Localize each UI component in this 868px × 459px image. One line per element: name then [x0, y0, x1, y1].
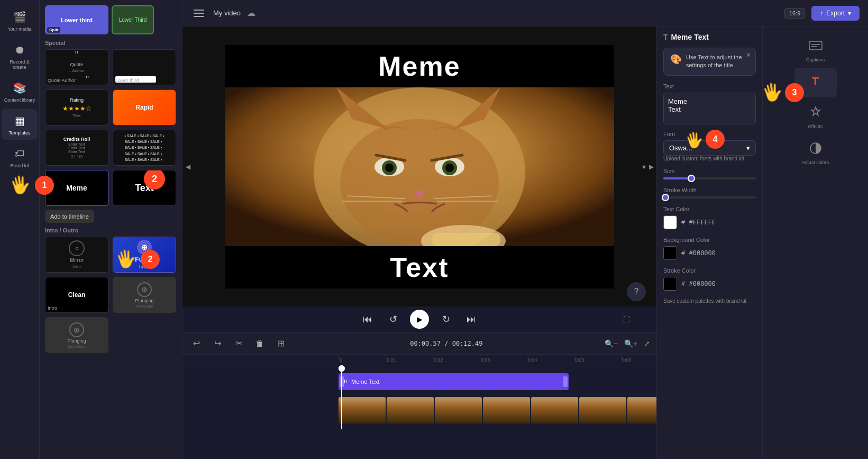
your-media-icon: 🎬	[12, 10, 27, 24]
template-rating[interactable]: Rating ★★★★☆ Title	[45, 89, 108, 125]
video-track-row	[185, 395, 656, 425]
content-library-icon: 📚	[12, 80, 27, 95]
right-panel-text-tool[interactable]: T	[794, 68, 837, 97]
text-color-swatch-row: # #FFFFFF	[663, 215, 756, 229]
help-button[interactable]: ?	[627, 282, 646, 301]
intro-outro-section-label: Intro / Outro	[45, 227, 177, 233]
bg-color-swatch[interactable]	[663, 246, 677, 260]
upload-fonts-link[interactable]: Upload custom fonts with brand kit	[663, 156, 756, 161]
play-button[interactable]: ▶	[410, 310, 429, 329]
size-slider-track[interactable]	[663, 177, 756, 179]
redo-button[interactable]: ↪	[210, 336, 225, 351]
stroke-color-label: Stroke Color	[663, 267, 756, 274]
sidebar-item-content-library[interactable]: 📚 Content library	[2, 76, 38, 107]
project-name: My video	[213, 9, 241, 17]
text-color-hex: # #FFFFFF	[681, 219, 716, 226]
template-clean[interactable]: Clean Intro	[45, 277, 108, 313]
template-rapid[interactable]: Rapid	[113, 89, 176, 125]
undo-button[interactable]: ↩	[189, 336, 204, 351]
brand-kit-icon: 🏷	[12, 146, 27, 161]
track-handle-right[interactable]	[563, 376, 568, 387]
ruler-mark-2: 0:02	[433, 357, 480, 363]
timeline-tracks: Meme Text	[182, 365, 656, 429]
zoom-in-button[interactable]: 🔍+	[624, 339, 637, 348]
ruler-mark-1: 0:01	[386, 357, 433, 363]
playhead[interactable]	[341, 365, 342, 429]
template-lower-third-minimalist[interactable]: Lower third	[113, 49, 176, 85]
fit-zoom-button[interactable]: ⤢	[644, 339, 650, 348]
sidebar-item-templates[interactable]: ▦ Templates	[2, 109, 38, 140]
aspect-ratio-badge[interactable]: 16:9	[784, 8, 805, 19]
ruler-mark-0: 0	[339, 357, 386, 363]
meme-top-text: Meme	[225, 45, 614, 87]
save-status-icon: ☁	[247, 8, 255, 18]
template-mirror[interactable]: ⊙ Mirror Intro	[45, 237, 108, 273]
text-input-area[interactable]: Meme Text	[663, 93, 756, 124]
properties-panel: T Meme Text 🎨 Use Text to adjust the set…	[656, 26, 762, 459]
selected-template-lower-third[interactable]: Lower third Split	[45, 5, 108, 34]
right-panel-adjust-colors[interactable]: Adjust colors	[794, 134, 837, 169]
skip-back-button[interactable]: ⏮	[359, 311, 376, 328]
fullscreen-button[interactable]: ⛶	[623, 316, 630, 323]
rewind-button[interactable]: ↺	[385, 311, 401, 328]
sidebar-item-brand-kit[interactable]: 🏷 Brand kit	[2, 142, 38, 173]
svg-rect-20	[809, 41, 822, 50]
skip-forward-button[interactable]: ⏭	[463, 311, 480, 328]
font-select[interactable]: Oswa... ▾	[663, 140, 756, 156]
panel-collapse-left[interactable]: ◀	[182, 26, 193, 307]
tooltip-text: Use Text to adjust the settings of the t…	[686, 53, 749, 70]
prop-header: T Meme Text	[663, 33, 756, 41]
export-button[interactable]: ↑ Export ▾	[811, 6, 860, 21]
add-button[interactable]: ⊞	[273, 336, 288, 351]
text-tool-icon: T	[806, 72, 825, 91]
video-track	[339, 397, 656, 424]
ruler-mark-5: 0:05	[574, 357, 621, 363]
cut-button[interactable]: ✂	[231, 336, 246, 351]
timeline-time-display: 00:00.57 / 00:12.49	[410, 340, 482, 347]
text-color-swatch[interactable]	[663, 215, 677, 229]
alt-template-lower-third[interactable]: Lower Third	[112, 5, 154, 34]
stroke-width-slider-thumb[interactable]	[662, 194, 669, 201]
menu-button[interactable]	[191, 5, 207, 21]
template-credits-roll[interactable]: Credits Roll Enter TextEnter TextEnter T…	[45, 130, 108, 166]
meme-text-track[interactable]: Meme Text	[339, 373, 569, 390]
stroke-color-swatch[interactable]	[663, 277, 677, 291]
add-to-timeline-button[interactable]: Add to timeline	[45, 210, 94, 223]
sidebar-item-record[interactable]: ⏺ Record & create	[2, 38, 38, 74]
template-funky[interactable]: ⊕ Funky Intro	[113, 237, 176, 273]
right-panel-captions[interactable]: Captions	[794, 32, 837, 67]
text-color-row: Text Color # #FFFFFF	[663, 206, 756, 229]
top-bar: My video ☁ 16:9 ↑ Export ▾	[182, 0, 868, 26]
meme-bottom-text: Text	[225, 246, 614, 289]
video-frame: Meme	[225, 45, 614, 289]
intro-outro-template-grid: ⊙ Mirror Intro ⊕ Funky Intro Clean Intro	[45, 237, 177, 353]
video-thumb-5	[531, 397, 578, 424]
template-plunging2[interactable]: ⊕ Plunging Intro/Outro	[45, 317, 108, 353]
template-meme[interactable]: Meme	[45, 170, 108, 206]
tooltip-bubble: 🎨 Use Text to adjust the settings of the…	[663, 48, 756, 76]
fast-forward-button[interactable]: ↻	[437, 311, 454, 328]
bg-color-label: Background Color	[663, 237, 756, 243]
sidebar-item-your-media[interactable]: 🎬 Your media	[2, 5, 38, 36]
stroke-width-slider-track[interactable]	[663, 196, 756, 199]
timeline-toolbar: ↩ ↪ ✂ 🗑 ⊞ 00:00.57 / 00:12.49 🔍− 🔍+ ⤢	[182, 332, 656, 355]
ruler-mark-4: 0:04	[527, 357, 574, 363]
font-section-label: Font	[663, 131, 756, 137]
template-plunging1[interactable]: ⊕ Plunging Intro/Outro	[113, 277, 176, 313]
zoom-out-button[interactable]: 🔍−	[605, 339, 618, 348]
video-thumb-2	[387, 397, 434, 424]
svg-point-7	[385, 164, 394, 172]
delete-button[interactable]: 🗑	[252, 336, 267, 351]
size-slider-thumb[interactable]	[688, 175, 695, 182]
text-section-label: Text	[663, 83, 756, 89]
tooltip-close-button[interactable]: ✕	[746, 51, 751, 59]
template-quote-author[interactable]: " Quote – Author " Quote Author	[45, 49, 108, 85]
save-palettes-link[interactable]: Save custom palettes with brand kit	[663, 298, 756, 304]
meme-image	[225, 87, 614, 246]
template-text[interactable]: Text 2	[113, 170, 176, 206]
panel-expand-right[interactable]: ▶	[646, 26, 656, 307]
timeline-collapse-arrow[interactable]: ▾	[642, 163, 646, 171]
right-panel: Captions T Effects	[762, 26, 868, 459]
template-sale[interactable]: • SALE • SALE • SALE •SALE • SALE • SALE…	[113, 130, 176, 166]
right-panel-effects[interactable]: Effects	[794, 98, 837, 133]
